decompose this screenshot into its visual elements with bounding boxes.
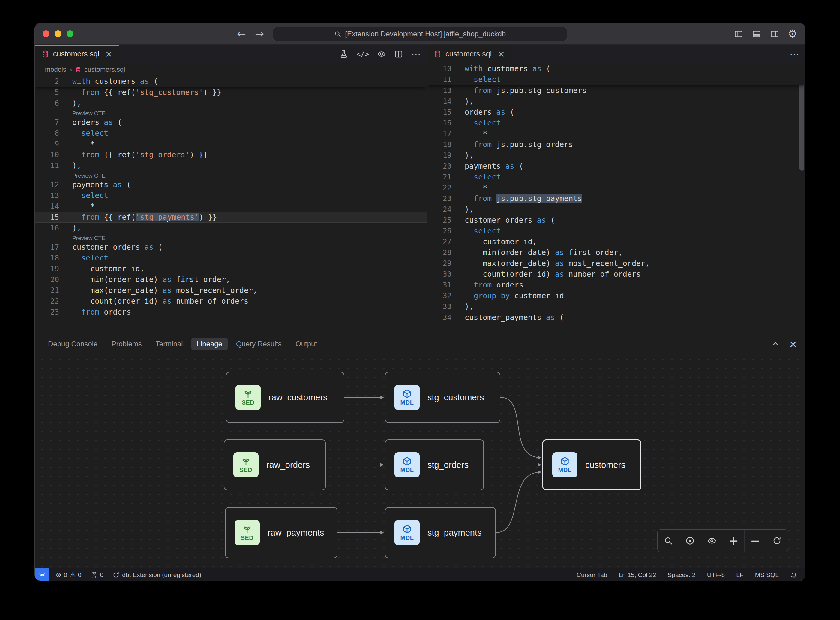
code-line-21[interactable]: 21 max(order_date) as most_recent_order, — [35, 285, 427, 296]
codelens-row[interactable]: Preview CTE — [35, 233, 427, 242]
close-panel-icon[interactable]: × — [789, 339, 798, 349]
cursor-position-status[interactable]: Ln 15, Col 22 — [619, 571, 656, 579]
toggle-panel-icon[interactable] — [752, 29, 761, 38]
language-mode-status[interactable]: MS SQL — [755, 571, 779, 579]
remote-indicator[interactable]: >< — [35, 568, 49, 581]
problems-status[interactable]: ⊗ 0 ⚠ 0 — [56, 571, 82, 579]
code-line-23[interactable]: 23 from js.pub.stg_payments — [427, 193, 805, 204]
code-line-25[interactable]: 25customer_orders as ( — [427, 215, 805, 226]
code-line-22[interactable]: 22 * — [427, 182, 805, 193]
breadcrumb[interactable]: models › customers.sql — [35, 63, 427, 76]
panel-tab-terminal[interactable]: Terminal — [150, 338, 188, 350]
zoom-window-button[interactable] — [67, 30, 74, 37]
code-line-28[interactable]: 28 min(order_date) as first_order, — [427, 247, 805, 258]
code-line-16[interactable]: 16), — [35, 223, 427, 233]
code-line-13[interactable]: 13 select — [35, 190, 427, 201]
code-line-9[interactable]: 9 * — [35, 138, 427, 149]
close-window-button[interactable] — [43, 30, 50, 37]
lineage-visibility-button[interactable] — [701, 530, 723, 552]
panel-tab-query-results[interactable]: Query Results — [231, 338, 287, 350]
codelens-link[interactable]: Preview CTE — [72, 173, 105, 179]
code-line-26[interactable]: 26 select — [427, 226, 805, 236]
codelens-row[interactable]: Preview CTE — [35, 108, 427, 117]
code-line-16[interactable]: 16 select — [427, 117, 805, 128]
code-line-17[interactable]: 17 * — [427, 128, 805, 139]
tab-customers-sql-right[interactable]: customers.sql × — [427, 45, 511, 63]
lineage-node-customers[interactable]: MDLcustomers — [542, 439, 642, 491]
tab-customers-sql-left[interactable]: customers.sql × — [35, 45, 119, 63]
lineage-node-stg_customers[interactable]: MDLstg_customers — [385, 372, 500, 423]
code-line-8[interactable]: 8 select — [35, 128, 427, 138]
code-line-6[interactable]: 6), — [35, 98, 427, 108]
code-line-27[interactable]: 27 customer_id, — [427, 236, 805, 247]
code-line-7[interactable]: 7orders as ( — [35, 117, 427, 128]
code-line-31[interactable]: 31 from orders — [427, 280, 805, 290]
lineage-node-raw_payments[interactable]: SEDraw_payments — [225, 507, 338, 558]
panel-tab-problems[interactable]: Problems — [106, 338, 147, 350]
bell-icon[interactable] — [790, 571, 797, 579]
lineage-node-stg_orders[interactable]: MDLstg_orders — [385, 439, 484, 491]
code-line-12[interactable]: 12payments as ( — [35, 179, 427, 190]
codelens-link[interactable]: Preview CTE — [72, 110, 105, 116]
lineage-fit-view-button[interactable] — [679, 530, 701, 552]
cursor-tab-status[interactable]: Cursor Tab — [577, 571, 607, 579]
panel-tab-output[interactable]: Output — [290, 338, 323, 350]
more-actions-icon[interactable]: ⋯ — [411, 49, 421, 59]
code-line-24[interactable]: 24), — [427, 204, 805, 215]
command-center-search[interactable]: [Extension Development Host] jaffle_shop… — [273, 27, 567, 41]
code-line-19[interactable]: 19 customer_id, — [35, 263, 427, 274]
dbt-extension-status[interactable]: dbt Extension (unregistered) — [113, 571, 201, 579]
breadcrumb-folder[interactable]: models — [45, 66, 66, 74]
maximize-panel-chevron-icon[interactable] — [771, 339, 780, 348]
ports-status[interactable]: 0 — [90, 571, 104, 579]
lineage-graph[interactable]: SEDraw_customersMDLstg_customersSEDraw_o… — [35, 353, 805, 568]
lineage-node-raw_orders[interactable]: SEDraw_orders — [224, 439, 326, 491]
code-line-22[interactable]: 22 count(order_id) as number_of_orders — [35, 296, 427, 307]
panel-tab-lineage[interactable]: Lineage — [191, 338, 228, 350]
code-line-29[interactable]: 29 max(order_date) as most_recent_order, — [427, 258, 805, 269]
indentation-status[interactable]: Spaces: 2 — [667, 571, 696, 579]
code-line-15[interactable]: 15orders as ( — [427, 107, 805, 117]
compiled-code-icon[interactable]: </> — [356, 50, 369, 58]
panel-tab-debug-console[interactable]: Debug Console — [43, 338, 103, 350]
code-line-20[interactable]: 20payments as ( — [427, 161, 805, 172]
encoding-status[interactable]: UTF-8 — [707, 571, 725, 579]
preview-eye-icon[interactable] — [377, 50, 386, 59]
toggle-secondary-sidebar-icon[interactable] — [770, 29, 779, 38]
test-beaker-icon[interactable] — [339, 50, 348, 59]
code-line-2[interactable]: 2with customers as ( — [35, 76, 427, 87]
minimize-window-button[interactable] — [55, 30, 62, 37]
code-line-19[interactable]: 19), — [427, 150, 805, 161]
code-line-20[interactable]: 20 min(order_date) as first_order, — [35, 274, 427, 285]
code-line-33[interactable]: 33), — [427, 301, 805, 312]
forward-icon[interactable]: → — [255, 29, 264, 39]
lineage-zoom-out-button[interactable]: − — [744, 530, 766, 552]
close-tab-icon[interactable]: × — [105, 50, 113, 59]
settings-gear-icon[interactable]: ⚙ — [788, 29, 797, 39]
code-line-10[interactable]: 10with customers as ( — [427, 63, 805, 74]
code-line-14[interactable]: 14), — [427, 96, 805, 107]
toggle-sidebar-icon[interactable] — [734, 29, 744, 38]
code-line-30[interactable]: 30 count(order_id) as number_of_orders — [427, 269, 805, 280]
lineage-node-raw_customers[interactable]: SEDraw_customers — [226, 372, 344, 423]
close-tab-icon[interactable]: × — [497, 50, 505, 59]
code-line-18[interactable]: 18 select — [35, 253, 427, 263]
lineage-node-stg_payments[interactable]: MDLstg_payments — [385, 507, 496, 558]
code-line-34[interactable]: 34customer_payments as ( — [427, 312, 805, 323]
code-line-21[interactable]: 21 select — [427, 172, 805, 182]
breadcrumb-file[interactable]: customers.sql — [84, 66, 125, 74]
code-line-11[interactable]: 11), — [35, 160, 427, 171]
code-line-32[interactable]: 32 group by customer_id — [427, 290, 805, 301]
code-line-13[interactable]: 13 from js.pub.stg_customers — [427, 85, 805, 96]
code-line-23[interactable]: 23 from orders — [35, 307, 427, 318]
source-editor[interactable]: models › customers.sql 2with customers a… — [35, 63, 427, 335]
lineage-search-button[interactable] — [658, 530, 679, 552]
back-icon[interactable]: ← — [237, 29, 246, 39]
code-line-15[interactable]: 15 from {{ ref('stg_payments') }} — [35, 212, 427, 223]
more-actions-icon[interactable]: ⋯ — [790, 49, 799, 59]
code-line-14[interactable]: 14 * — [35, 201, 427, 212]
code-line-5[interactable]: 5 from {{ ref('stg_customers') }} — [35, 87, 427, 98]
code-line-18[interactable]: 18 from js.pub.stg_orders — [427, 139, 805, 150]
code-line-10[interactable]: 10 from {{ ref('stg_orders') }} — [35, 149, 427, 160]
codelens-row[interactable]: Preview CTE — [35, 171, 427, 179]
